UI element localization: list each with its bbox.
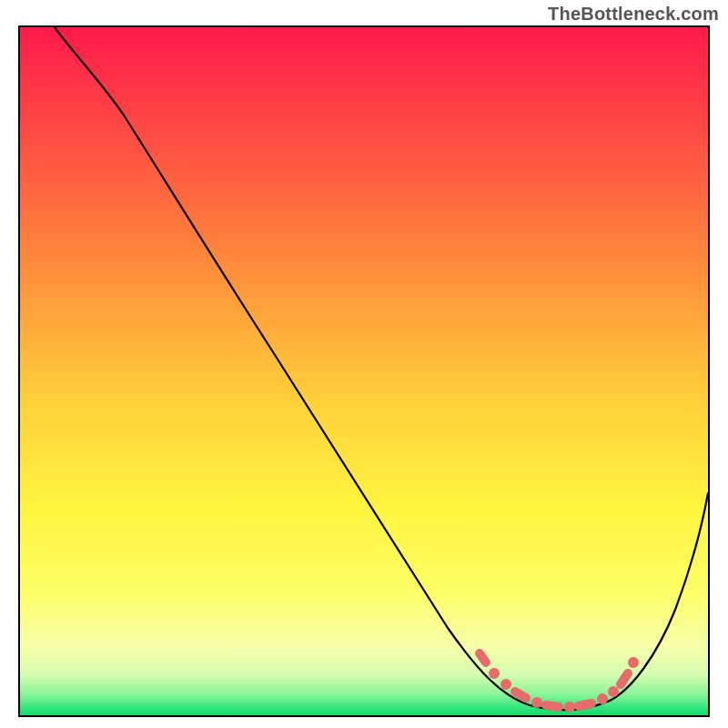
curve-overlay (20, 27, 708, 715)
highlight-dots (480, 653, 639, 713)
svg-point-9 (608, 686, 619, 697)
chart-container: TheBottleneck.com (0, 0, 728, 728)
plot-area (18, 25, 710, 717)
svg-point-8 (597, 693, 608, 704)
bottleneck-curve (55, 27, 708, 710)
svg-line-5 (546, 705, 559, 707)
svg-point-4 (531, 697, 542, 708)
svg-line-3 (515, 692, 526, 698)
svg-point-1 (489, 668, 500, 679)
svg-point-6 (564, 702, 575, 713)
svg-point-11 (628, 657, 639, 668)
watermark-text: TheBottleneck.com (548, 4, 719, 25)
svg-point-2 (500, 679, 511, 690)
svg-line-10 (621, 673, 628, 684)
svg-line-0 (480, 653, 486, 662)
svg-line-7 (579, 703, 592, 706)
